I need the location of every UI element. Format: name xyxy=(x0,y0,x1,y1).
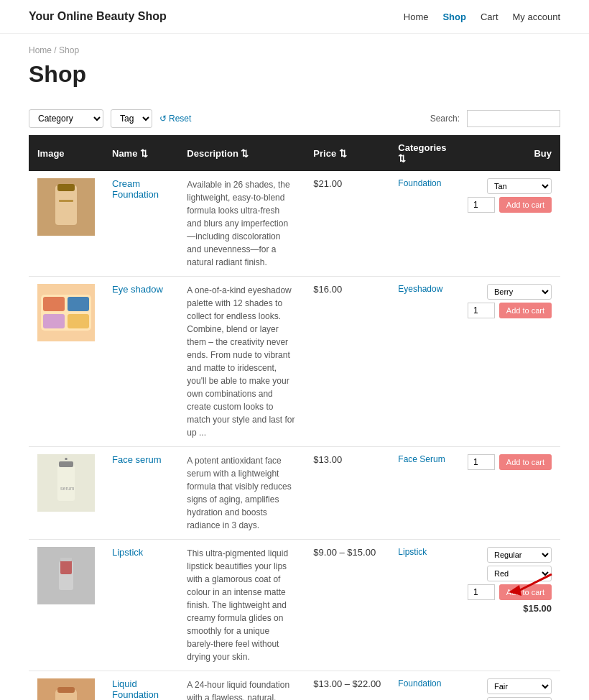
table-row: Liquid FoundationA 24-hour liquid founda… xyxy=(29,671,560,701)
svg-rect-7 xyxy=(68,297,89,311)
qty-row: Add to cart xyxy=(468,454,552,470)
qty-input[interactable] xyxy=(468,303,495,318)
qty-input[interactable] xyxy=(468,454,495,470)
qty-row: Add to cart xyxy=(468,303,552,318)
option-select-0[interactable]: Tan xyxy=(487,178,552,194)
category-link[interactable]: Face Serum xyxy=(398,454,445,464)
product-name-cell: Eye shadow xyxy=(103,277,178,447)
col-categories[interactable]: Categories ⇅ xyxy=(389,135,458,171)
product-image-cell xyxy=(29,277,103,447)
nav-shop[interactable]: Shop xyxy=(442,11,466,22)
product-description-cell: Available in 26 shades, the lightweight,… xyxy=(178,171,305,277)
option-select-0[interactable]: Fair xyxy=(487,678,552,694)
table-header-row: Image Name ⇅ Description ⇅ Price ⇅ Categ… xyxy=(29,135,560,171)
products-table: Image Name ⇅ Description ⇅ Price ⇅ Categ… xyxy=(29,135,560,700)
svg-rect-3 xyxy=(59,200,73,202)
col-buy: Buy xyxy=(459,135,560,171)
product-name-link[interactable]: Lipstick xyxy=(112,547,143,558)
svg-rect-18 xyxy=(60,558,72,561)
add-to-cart-button[interactable]: Add to cart xyxy=(499,303,552,318)
table-row: Cream FoundationAvailable in 26 shades, … xyxy=(29,171,560,277)
table-row: LipstickThis ultra-pigmented liquid lips… xyxy=(29,540,560,671)
table-row: serumFace serumA potent antioxidant face… xyxy=(29,447,560,540)
nav-account[interactable]: My account xyxy=(513,11,560,22)
category-link[interactable]: Foundation xyxy=(398,678,441,689)
category-link[interactable]: Eyeshadow xyxy=(398,284,442,294)
breadcrumb-current: Shop xyxy=(59,45,79,55)
product-buy-cell: RegularRed Add to cart $15.00 xyxy=(459,540,560,671)
products-table-wrap: Image Name ⇅ Description ⇅ Price ⇅ Categ… xyxy=(0,135,589,700)
product-description-cell: This ultra-pigmented liquid lipstick bea… xyxy=(178,540,305,671)
category-link[interactable]: Foundation xyxy=(398,178,441,188)
svg-rect-2 xyxy=(57,184,75,191)
product-name-cell: Liquid Foundation xyxy=(103,671,178,701)
svg-line-19 xyxy=(516,574,552,592)
qty-input[interactable] xyxy=(468,584,495,600)
search-input[interactable] xyxy=(467,110,560,127)
svg-marker-20 xyxy=(509,585,521,596)
buy-controls: Add to cart xyxy=(468,454,552,470)
product-price-cell: $21.00 xyxy=(305,171,389,277)
product-image xyxy=(37,547,95,604)
product-category-cell: Lipstick xyxy=(389,540,458,671)
red-arrow-svg xyxy=(509,571,559,599)
add-to-cart-button[interactable]: Add to cart xyxy=(499,454,552,470)
tag-filter[interactable]: Tag xyxy=(111,109,152,128)
product-buy-cell: Add to cart xyxy=(459,447,560,540)
add-to-cart-button[interactable]: Add to cart xyxy=(499,197,552,213)
col-price[interactable]: Price ⇅ xyxy=(305,135,389,171)
reset-label: Reset xyxy=(169,114,191,124)
buy-controls: FairRegular Add to cart $22.00 xyxy=(468,678,552,700)
nav-home[interactable]: Home xyxy=(404,11,429,22)
product-name-cell: Face serum xyxy=(103,447,178,540)
breadcrumb: Home / Shop xyxy=(0,34,589,61)
search-label: Search: xyxy=(430,114,460,124)
product-image-cell xyxy=(29,671,103,701)
page-title: Shop xyxy=(0,61,589,102)
svg-rect-6 xyxy=(43,297,65,311)
product-price-cell: $13.00 – $22.00 xyxy=(305,671,389,701)
product-image-cell: serum xyxy=(29,447,103,540)
svg-rect-12 xyxy=(59,461,73,467)
product-name-cell: Cream Foundation xyxy=(103,171,178,277)
product-total: $15.00 xyxy=(523,603,552,614)
category-link[interactable]: Lipstick xyxy=(398,547,427,557)
product-name-link[interactable]: Liquid Foundation xyxy=(112,678,159,700)
product-image xyxy=(37,284,95,341)
col-description[interactable]: Description ⇅ xyxy=(178,135,305,171)
svg-rect-17 xyxy=(60,560,72,574)
option-select-0[interactable]: Regular xyxy=(487,547,552,563)
product-image: serum xyxy=(37,454,95,512)
product-buy-cell: FairRegular Add to cart $22.00 xyxy=(459,671,560,701)
qty-input[interactable] xyxy=(468,197,495,213)
product-category-cell: Eyeshadow xyxy=(389,277,458,447)
option-select-0[interactable]: Berry xyxy=(487,284,552,300)
svg-rect-11 xyxy=(57,465,75,501)
site-title: Your Online Beauty Shop xyxy=(29,10,167,23)
product-image xyxy=(37,678,95,700)
qty-row: Add to cart xyxy=(468,197,552,213)
svg-rect-1 xyxy=(55,185,77,225)
col-name[interactable]: Name ⇅ xyxy=(103,135,178,171)
product-category-cell: Foundation xyxy=(389,671,458,701)
product-name-link[interactable]: Cream Foundation xyxy=(112,178,159,200)
product-name-link[interactable]: Face serum xyxy=(112,454,162,465)
product-image xyxy=(37,178,95,236)
reset-icon: ↺ xyxy=(159,114,167,124)
reset-button[interactable]: ↺ Reset xyxy=(159,114,191,124)
product-name-link[interactable]: Eye shadow xyxy=(112,284,163,295)
breadcrumb-home[interactable]: Home xyxy=(29,45,52,55)
product-description-cell: A potent antioxidant face serum with a l… xyxy=(178,447,305,540)
buy-controls: Tan Add to cart xyxy=(468,178,552,213)
product-image-cell xyxy=(29,540,103,671)
product-name-cell: Lipstick xyxy=(103,540,178,671)
table-row: Eye shadowA one-of-a-kind eyeshadow pale… xyxy=(29,277,560,447)
product-description-cell: A one-of-a-kind eyeshadow palette with 1… xyxy=(178,277,305,447)
category-filter[interactable]: Category Foundation Eyeshadow Face Serum… xyxy=(29,109,103,128)
main-nav: Home Shop Cart My account xyxy=(404,11,560,22)
svg-rect-8 xyxy=(43,314,65,328)
product-category-cell: Foundation xyxy=(389,171,458,277)
nav-cart[interactable]: Cart xyxy=(481,11,498,22)
option-select-1[interactable]: Regular xyxy=(487,697,552,700)
product-description-cell: A 24-hour liquid foundation with a flawl… xyxy=(178,671,305,701)
